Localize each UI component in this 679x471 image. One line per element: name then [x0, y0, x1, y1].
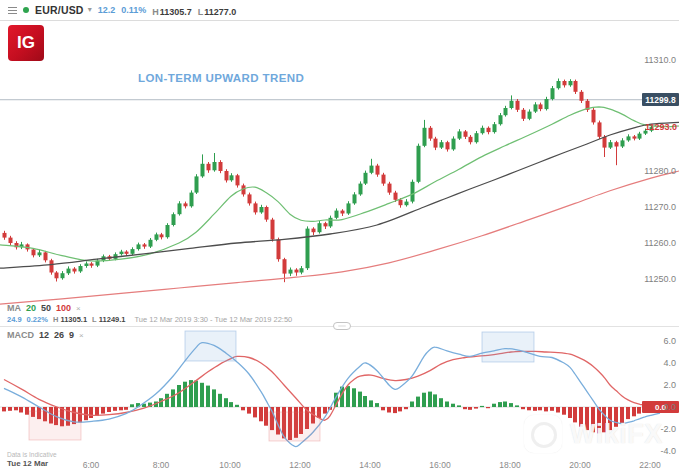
- ma-close-icon[interactable]: ×: [76, 304, 81, 313]
- ma-legend-label: MA: [7, 303, 21, 313]
- macd-axis-label: 2.0: [663, 380, 676, 390]
- pink-highlight-box: [29, 411, 81, 440]
- price-change: 12.2: [98, 5, 116, 15]
- current-price-badge: 11299.8: [642, 93, 679, 106]
- ma100-period: 100: [56, 303, 71, 313]
- trading-chart-app: EUR/USD ▾ 12.2 0.11% H11305.7 L11277.0 I…: [0, 0, 679, 471]
- macd-axis-label: -4.0: [660, 446, 676, 456]
- session-high: H11305.7: [152, 1, 192, 19]
- ma-legend: MA 20 50 100 ×: [7, 303, 81, 313]
- last-price-label: 11293.0: [645, 122, 677, 132]
- time-tick-label: 22:00: [639, 460, 660, 470]
- macd-line: [4, 343, 660, 447]
- time-tick-label: 10:00: [219, 460, 240, 470]
- trend-annotation: LON-TERM UPWARD TREND: [138, 72, 304, 84]
- macd-signal-period: 9: [69, 330, 74, 340]
- price-change-pct: 0.11%: [121, 5, 146, 15]
- time-tick-label: 12:00: [289, 460, 310, 470]
- range-change: 24.9: [7, 315, 22, 324]
- macd-axis-label: -2.0: [660, 424, 676, 434]
- pink-highlight-box: [269, 412, 320, 441]
- price-axis-label: 11250.0: [644, 274, 676, 284]
- ma50-line: [0, 122, 679, 268]
- menu-icon[interactable]: [8, 7, 17, 14]
- chevron-down-icon[interactable]: ▾: [88, 5, 92, 14]
- market-open-dot: [23, 7, 29, 13]
- time-tick-label: 6:00: [83, 460, 100, 470]
- time-tick-label: 8:00: [153, 460, 170, 470]
- ma50-period: 50: [41, 303, 51, 313]
- macd-slow: 26: [54, 330, 64, 340]
- range-stats-row: 24.9 0.22% H 11305.1 L 11249.1 Tue 12 Ma…: [7, 315, 292, 324]
- session-low: L11277.0: [198, 1, 237, 19]
- blue-highlight-box: [482, 332, 534, 362]
- topbar: EUR/USD ▾ 12.2 0.11% H11305.7 L11277.0: [0, 0, 679, 21]
- ma100-line: [0, 171, 679, 304]
- range-low: L 11249.1: [92, 315, 125, 324]
- macd-legend: MACD 12 26 9 ×: [7, 330, 84, 340]
- macd-legend-label: MACD: [7, 330, 34, 340]
- range-change-pct: 0.22%: [27, 315, 48, 324]
- blue-highlight-box: [185, 331, 236, 361]
- axis-date-label: Tue 12 Mar: [7, 459, 48, 468]
- ma20-line: [0, 107, 679, 261]
- time-tick-label: 18:00: [499, 460, 520, 470]
- macd-fast: 12: [39, 330, 49, 340]
- macd-axis-label: 6.0: [663, 336, 676, 346]
- ig-logo-text: IG: [17, 33, 35, 53]
- ig-logo: IG: [8, 25, 44, 61]
- data-indicative-note: Data is Indicative: [7, 451, 57, 458]
- time-tick-label: 14:00: [359, 460, 380, 470]
- time-tick-label: 16:00: [429, 460, 450, 470]
- ma20-period: 20: [26, 303, 36, 313]
- macd-axis-label: 0.0: [663, 402, 676, 412]
- pane-resize-handle[interactable]: [333, 322, 351, 330]
- time-tick-label: 20:00: [569, 460, 590, 470]
- symbol-selector[interactable]: EUR/USD: [35, 4, 84, 16]
- price-axis-label: 11310.0: [644, 55, 676, 65]
- macd-axis-label: 4.0: [663, 358, 676, 368]
- price-axis-label: 11270.0: [644, 202, 676, 212]
- macd-close-icon[interactable]: ×: [79, 331, 84, 340]
- price-axis-label: 11280.0: [644, 166, 676, 176]
- chart-canvas[interactable]: [0, 0, 679, 471]
- price-axis-label: 11260.0: [644, 238, 676, 248]
- range-high: H 11305.1: [53, 315, 87, 324]
- range-dates: Tue 12 Mar 2019 3:30 - Tue 12 Mar 2019 2…: [135, 315, 293, 324]
